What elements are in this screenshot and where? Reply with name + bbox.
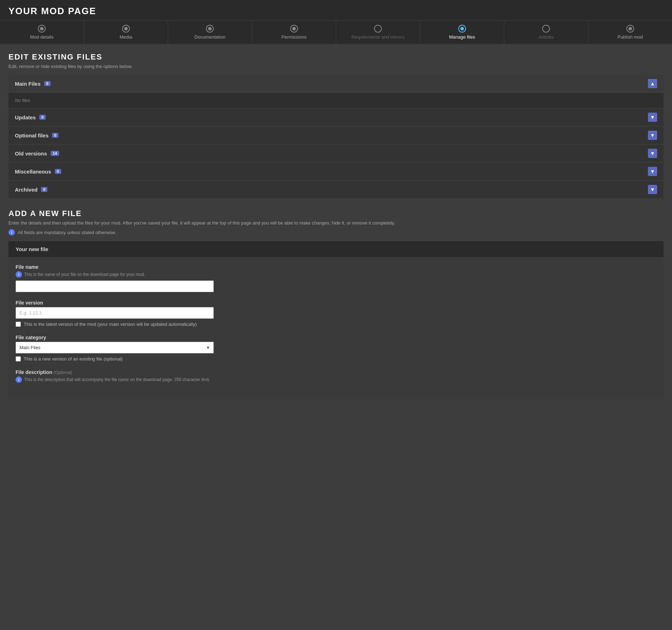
mandatory-note: All fields are mandatory unless stated o… (18, 230, 116, 235)
tab-label-media: Media (120, 34, 132, 40)
tab-circle-publish-mod (626, 25, 634, 33)
file-name-info-icon: i (16, 271, 22, 278)
new-file-form-card: Your new file File name i This is the na… (8, 241, 664, 398)
tab-permissions[interactable]: Permissions (252, 21, 337, 44)
tab-articles: Articles (504, 21, 588, 44)
latest-version-row: This is the latest version of the mod (y… (16, 322, 656, 327)
tab-media[interactable]: Media (84, 21, 168, 44)
tab-circle-requirements-mirrors (374, 25, 382, 33)
tab-label-manage-files: Manage files (449, 34, 475, 40)
file-section-count-miscellaneous: 0 (55, 169, 61, 174)
file-section-header-updates[interactable]: Updates 0 ▼ (8, 108, 664, 126)
file-name-input[interactable] (16, 280, 214, 292)
new-version-row: This is a new version of an existing fil… (16, 356, 656, 362)
file-section-toggle-archived[interactable]: ▼ (648, 185, 657, 194)
add-section: ADD A NEW FILE Enter the details and the… (8, 209, 664, 235)
file-section-toggle-updates[interactable]: ▼ (648, 113, 657, 122)
latest-version-checkbox[interactable] (16, 322, 21, 327)
tab-label-documentation: Documentation (195, 34, 225, 40)
file-section-label-archived: Archived (15, 187, 38, 193)
tab-circle-manage-files (458, 25, 466, 33)
tab-manage-files[interactable]: Manage files (420, 21, 505, 44)
tab-requirements-mirrors: Requirements and mirrors (336, 21, 420, 44)
latest-version-label: This is the latest version of the mod (y… (24, 322, 197, 327)
file-section-count-main-files: 0 (44, 81, 51, 86)
file-section-label-optional-files: Optional files (15, 132, 48, 138)
file-section-title-miscellaneous: Miscellaneous 0 (15, 169, 61, 175)
file-section-title-updates: Updates 0 (15, 114, 46, 120)
tab-circle-documentation (206, 25, 214, 33)
tab-circle-articles (542, 25, 550, 33)
file-section-count-optional-files: 0 (52, 133, 58, 138)
file-section-label-miscellaneous: Miscellaneous (15, 169, 51, 175)
file-name-hint-text: This is the name of your file on the dow… (24, 272, 145, 277)
tab-label-articles: Articles (539, 34, 554, 40)
tab-publish-mod[interactable]: Publish mod (588, 21, 672, 44)
edit-section-desc: Edit, remove or hide existing files by u… (8, 64, 664, 69)
file-name-label: File name (16, 264, 656, 270)
tab-circle-mod-details (38, 25, 46, 33)
file-section-title-old-versions: Old versions 14 (15, 151, 59, 157)
form-card-body: File name i This is the name of your fil… (8, 257, 664, 398)
tab-label-publish-mod: Publish mod (618, 34, 643, 40)
file-section-toggle-optional-files[interactable]: ▼ (648, 131, 657, 140)
file-category-label: File category (16, 335, 656, 340)
form-card-header: Your new file (8, 241, 664, 257)
file-description-hint: i This is the description that will acco… (16, 376, 656, 383)
file-description-hint-text: This is the description that will accomp… (24, 377, 210, 382)
file-section-title-archived: Archived 0 (15, 187, 47, 193)
file-section-label-updates: Updates (15, 114, 36, 120)
add-section-title: ADD A NEW FILE (8, 209, 664, 218)
file-section-title-optional-files: Optional files 0 (15, 132, 58, 138)
file-version-input[interactable] (16, 307, 214, 319)
file-desc-info-icon: i (16, 376, 22, 383)
file-section-header-old-versions[interactable]: Old versions 14 ▼ (8, 144, 664, 163)
file-description-label: File description (Optional) (16, 369, 656, 375)
file-section-label-main-files: Main Files (15, 81, 41, 87)
tab-circle-media (122, 25, 130, 33)
file-category-group: File category Main FilesUpdatesOptional … (16, 335, 656, 362)
tab-circle-permissions (290, 25, 298, 33)
file-section-header-optional-files[interactable]: Optional files 0 ▼ (8, 126, 664, 144)
file-sections-container: Main Files 0 ▲ No files Updates 0 ▼ Opti… (8, 75, 664, 198)
edit-section: EDIT EXISTING FILES Edit, remove or hide… (8, 52, 664, 69)
info-icon: i (8, 229, 15, 235)
edit-section-title: EDIT EXISTING FILES (8, 52, 664, 62)
file-section-toggle-old-versions[interactable]: ▼ (648, 149, 657, 158)
file-section-header-main-files[interactable]: Main Files 0 ▲ (8, 75, 664, 93)
tab-label-mod-details: Mod details (30, 34, 53, 40)
new-version-label: This is a new version of an existing fil… (24, 356, 123, 362)
file-name-group: File name i This is the name of your fil… (16, 264, 656, 292)
file-section-toggle-main-files[interactable]: ▲ (648, 79, 657, 88)
file-section-header-archived[interactable]: Archived 0 ▼ (8, 181, 664, 198)
tab-mod-details[interactable]: Mod details (0, 21, 84, 44)
file-version-group: File version This is the latest version … (16, 300, 656, 327)
file-section-header-miscellaneous[interactable]: Miscellaneous 0 ▼ (8, 163, 664, 181)
page-title: YOUR MOD PAGE (8, 6, 664, 17)
no-files-main-files: No files (8, 93, 664, 108)
wizard-tabs: Mod details Media Documentation Permissi… (0, 20, 672, 44)
file-section-label-old-versions: Old versions (15, 151, 47, 157)
file-category-select[interactable]: Main FilesUpdatesOptional filesOld versi… (16, 342, 214, 353)
file-description-group: File description (Optional) i This is th… (16, 369, 656, 383)
file-section-toggle-miscellaneous[interactable]: ▼ (648, 167, 657, 176)
file-section-count-updates: 0 (39, 115, 46, 120)
add-section-desc: Enter the details and then upload the fi… (8, 220, 664, 226)
file-description-optional: (Optional) (53, 370, 72, 375)
mandatory-note-row: i All fields are mandatory unless stated… (8, 229, 664, 235)
tab-documentation[interactable]: Documentation (168, 21, 252, 44)
tab-label-requirements-mirrors: Requirements and mirrors (351, 34, 404, 40)
file-category-select-wrapper: Main FilesUpdatesOptional filesOld versi… (16, 342, 214, 353)
file-name-hint: i This is the name of your file on the d… (16, 271, 656, 278)
file-section-title-main-files: Main Files 0 (15, 81, 51, 87)
file-version-label: File version (16, 300, 656, 306)
file-section-count-archived: 0 (41, 187, 47, 192)
new-version-checkbox[interactable] (16, 356, 21, 362)
file-section-count-old-versions: 14 (51, 151, 59, 156)
tab-label-permissions: Permissions (281, 34, 306, 40)
